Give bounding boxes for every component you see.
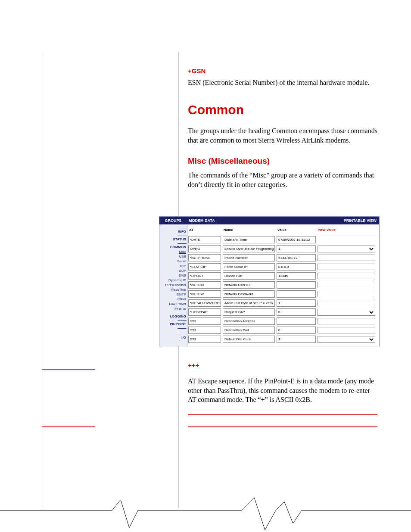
modem-data-panel: GROUPS MODEM DATA PRINTABLE VIEW -------… [159,216,380,346]
sidebar-item-logging[interactable]: LOGGING [159,314,187,319]
header-modem-data: MODEM DATA [187,218,341,223]
cell-at: S53 [188,327,221,334]
table-row: *STATICIPForce Static IP0.0.0.0 [187,262,379,271]
sidebar-sep: --------------- [159,234,187,237]
cell-at: *NETPW [188,290,221,298]
panel-content: AT Name Value New Value *DATEDate and Ti… [187,224,379,346]
sidebar-sep: --------------- [159,319,187,322]
table-row: *NETPHONEPhone Number9133784772 [187,253,379,262]
cell-at: OPRG [188,245,221,252]
groups-sidebar: --------------- INFO --------------- STA… [159,224,187,346]
table-row: S53Destination Address [187,317,379,326]
para-gsn: ESN (Electronic Serial Number) of the in… [188,78,377,87]
cell-value: 0 [277,327,316,334]
sidebar-sep: --------------- [159,226,187,229]
cell-name: Default Dial Code [223,336,275,343]
cell-name: Phone Number [223,254,275,261]
new-value-input[interactable] [318,300,375,306]
sidebar-item-io[interactable]: I/O [159,335,187,340]
heading-escape: +++ [188,361,377,370]
cell-name: Enable Over-the-Air Programing [223,245,275,252]
sidebar-sub-tcp[interactable]: TCP [159,264,187,268]
cell-at: S53 [188,336,221,343]
cell-value: 07/09/2007 16:31:12 [277,236,316,243]
sidebar-sub-friends[interactable]: Friends [159,306,187,311]
table-row: *NETUIDNetwork User ID [187,280,379,289]
cell-name: Device Port [223,272,275,280]
header-groups: GROUPS [159,218,187,223]
new-value-select[interactable] [318,246,375,252]
table-row: *NETALLOWZEROIPAllow Last Byte of net IP… [187,299,379,308]
cell-at: *NETUID [188,281,221,289]
cell-name: Request PAP [223,308,275,316]
heading-misc: Misc (Miscellaneous) [188,156,377,167]
table-row: OPRGEnable Over-the-Air Programing1 [187,244,379,253]
cell-value: 12345 [277,272,316,280]
new-value-input[interactable] [318,282,375,288]
sidebar-sep: --------------- [159,327,187,330]
cell-at: *DATE [188,236,221,243]
heading-common: Common [188,101,377,119]
sidebar-sub-misc[interactable]: Misc [159,249,187,254]
cell-name: Network User ID [223,281,275,289]
col-at: AT [187,224,222,235]
table-row: S53Default Dial CodeT [187,335,379,344]
lower-text: +++ AT Escape sequence. If the PinPoint-… [188,361,377,411]
printable-view-link[interactable]: PRINTABLE VIEW [341,218,379,223]
new-value-select[interactable] [318,309,375,316]
table-row: *HOSTPAPRequest PAP0 [187,308,379,317]
sidebar-sub-ppp-ethernet[interactable]: PPP/Ethernet [159,283,187,287]
red-rule-wide-1 [188,414,377,415]
new-value-input[interactable] [318,291,375,297]
cell-value: 0 [277,308,316,316]
sidebar-sub-udp[interactable]: UDP [159,268,187,273]
sidebar-sub-smtp[interactable]: SMTP [159,292,187,297]
cell-value: 1 [277,299,316,307]
red-rule-narrow-1 [42,369,95,370]
cell-value: 1 [277,245,316,252]
cell-at: *HOSTPAP [188,308,221,316]
sidebar-item-common[interactable]: COMMON [159,245,187,249]
sidebar-sub-passthru[interactable]: PassThru [159,287,187,292]
cell-value: 9133784772 [277,254,316,261]
cell-at: *STATICIP [188,263,221,271]
sidebar-sep: --------------- [159,242,187,245]
sidebar-sub-low-power[interactable]: Low Power [159,302,187,306]
main-text-column: +GSN ESN (Electronic Serial Number) of t… [188,67,377,195]
cell-value: T [277,336,316,343]
new-value-input[interactable] [318,255,375,261]
sidebar-sub-dynamic-ip[interactable]: Dynamic IP [159,278,187,283]
cell-at: *DPORT [188,272,221,280]
heading-gsn: +GSN [188,67,377,75]
waveform-decoration [0,493,411,532]
page: +GSN ESN (Electronic Serial Number) of t… [0,0,411,532]
sidebar-sub-usb[interactable]: USB [159,254,187,259]
para-misc: The commands of the “Misc” group are a v… [188,171,377,189]
sidebar-sub-serial[interactable]: Serial [159,259,187,264]
commands-table: AT Name Value New Value *DATEDate and Ti… [187,224,379,344]
cell-value: 0.0.0.0 [277,263,316,271]
table-row: S53Destination Port0 [187,326,379,335]
red-rule-wide-2 [188,426,377,427]
sidebar-sub-other[interactable]: Other [159,297,187,302]
col-value: Value [276,224,317,235]
new-value-input[interactable] [318,327,375,333]
cell-name: Force Static IP [223,263,275,271]
sidebar-sub-dns[interactable]: DNS [159,273,187,278]
new-value-input[interactable] [318,318,375,324]
sidebar-item-pinpoint[interactable]: PINPOINT [159,322,187,327]
cell-at: S53 [188,317,221,325]
table-row: *NETPWNetwork Password [187,289,379,299]
sidebar-sep: --------------- [159,332,187,335]
cell-value [277,317,316,325]
sidebar-item-status[interactable]: STATUS [159,237,187,242]
cell-name: Destination Port [223,327,275,334]
sidebar-item-info[interactable]: INFO [159,229,187,234]
new-value-input[interactable] [318,273,375,279]
new-value-select[interactable] [318,336,375,343]
table-row: *DPORTDevice Port12345 [187,271,379,280]
cell-value [277,281,316,289]
col-new-value: New Value [317,224,379,235]
new-value-input[interactable] [318,264,375,270]
sidebar-sep: --------------- [159,311,187,314]
